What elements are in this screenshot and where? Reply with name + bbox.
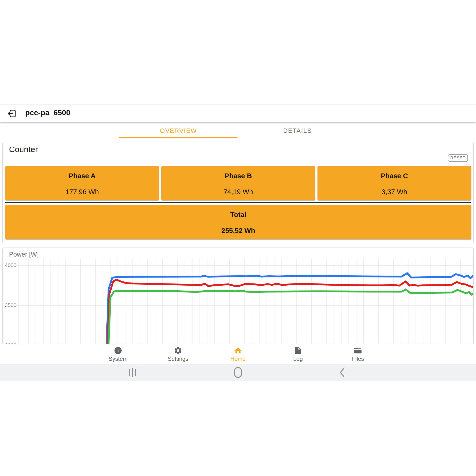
screen: pce-pa_6500 OVERVIEW DETAILS Counter RES… [0, 0, 476, 476]
home-icon [234, 346, 242, 355]
page-title: pce-pa_6500 [25, 108, 70, 117]
nav-item-settings[interactable]: Settings [148, 344, 208, 364]
document-icon [294, 346, 302, 355]
y-axis-tick-4000: 4000 [5, 262, 16, 269]
nav-item-home[interactable]: Home [208, 344, 268, 364]
phase-a-tile: Phase A 177,96 Wh [5, 166, 159, 200]
total-value: 255,52 Wh [221, 227, 255, 235]
active-tab-indicator [119, 137, 238, 138]
android-back-icon[interactable] [334, 364, 350, 381]
tab-details[interactable]: DETAILS [238, 122, 357, 139]
tiles-divider [5, 202, 471, 203]
app-bar: pce-pa_6500 [0, 105, 476, 122]
nav-item-files[interactable]: Files [328, 344, 388, 364]
tab-overview[interactable]: OVERVIEW [119, 122, 238, 139]
phase-c-tile: Phase C 3,37 Wh [318, 166, 471, 200]
series-phase-b [106, 280, 474, 344]
series-phase-c [107, 289, 474, 344]
counter-heading: Counter [9, 145, 38, 154]
reset-button[interactable]: RESET [448, 154, 468, 162]
phase-a-label: Phase A [68, 172, 95, 180]
nav-label-home: Home [230, 356, 246, 362]
total-label: Total [230, 211, 246, 219]
phase-c-label: Phase C [381, 172, 408, 180]
phase-b-tile: Phase B 74,19 Wh [161, 166, 315, 200]
counter-card: Counter RESET Phase A 177,96 Wh Phase B … [2, 142, 474, 243]
tab-bar: OVERVIEW DETAILS [0, 122, 476, 140]
power-line-chart [3, 248, 474, 344]
phase-b-label: Phase B [225, 172, 252, 180]
nav-label-settings: Settings [168, 356, 188, 362]
bottom-navigation: System Settings Home Log [0, 344, 476, 364]
exit-app-icon[interactable] [7, 108, 17, 119]
phase-b-value: 74,19 Wh [223, 188, 253, 196]
info-icon [114, 346, 122, 355]
chart-title: Power [W] [9, 251, 39, 258]
phase-a-value: 177,96 Wh [66, 188, 99, 196]
gear-icon [174, 346, 182, 355]
nav-label-files: Files [352, 356, 364, 362]
nav-label-log: Log [293, 356, 303, 362]
android-home-icon[interactable] [230, 364, 246, 381]
nav-item-log[interactable]: Log [268, 344, 328, 364]
phase-tiles-row: Phase A 177,96 Wh Phase B 74,19 Wh Phase… [5, 166, 471, 200]
recents-icon[interactable] [125, 364, 140, 381]
y-axis-tick-3500: 3500 [5, 302, 16, 308]
nav-item-system[interactable]: System [88, 344, 148, 364]
nav-label-system: System [108, 356, 128, 362]
power-chart-card: Power [W] 4000 3500 3000 [2, 248, 474, 344]
phase-c-value: 3,37 Wh [381, 188, 407, 196]
android-system-bar [0, 364, 476, 381]
total-tile: Total 255,52 Wh [5, 205, 471, 239]
folder-icon [354, 346, 362, 355]
